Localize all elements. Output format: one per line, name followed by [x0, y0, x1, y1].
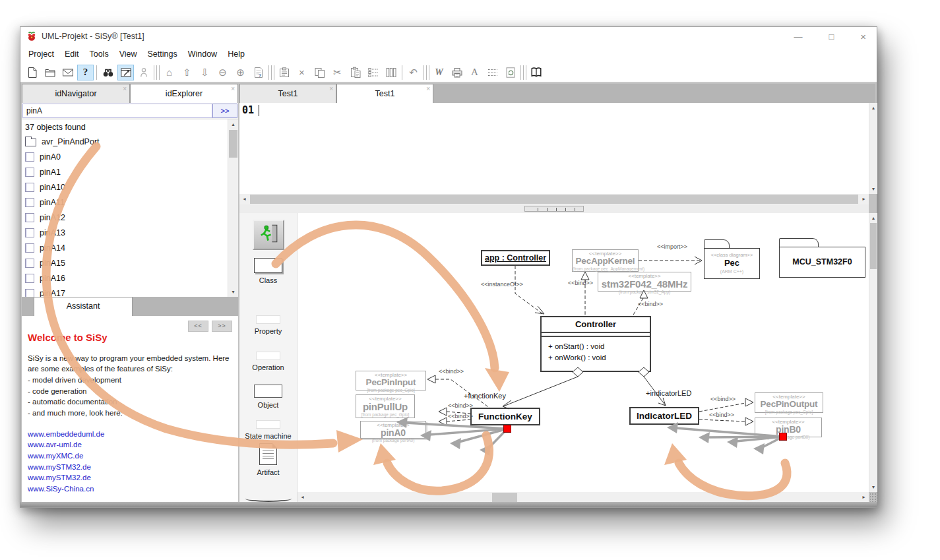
assistant-link[interactable]: www.SiSy-China.cn [28, 483, 232, 495]
uml-template-pina0[interactable]: <<template>> pinA0 (from package portA0) [360, 421, 426, 439]
palette-more-chevron-icon[interactable] [245, 495, 292, 502]
uml-class-indicatorled[interactable]: IndicatorLED [629, 407, 699, 425]
delete-item-button[interactable]: × [294, 65, 310, 80]
tab-test1-diagram[interactable]: Test1 × [336, 84, 433, 103]
palette-tool[interactable]: Class [239, 258, 297, 284]
uml-class-controller[interactable]: Controller + onStart() : void + onWork()… [540, 316, 651, 372]
uml-template-pecpinoutput[interactable]: <<template>> PecPinOutput [from package … [755, 392, 823, 413]
list-item[interactable]: pinA13 [25, 225, 238, 240]
properties-button[interactable] [276, 65, 292, 80]
word-export-button[interactable]: W [431, 65, 447, 80]
selection-handle-red[interactable] [779, 433, 787, 441]
menu-item[interactable]: Window [183, 47, 222, 61]
uml-template-stm32f042[interactable]: <<template>> stm32F042_48MHz (from packa… [598, 272, 691, 292]
maximize-button[interactable]: □ [829, 32, 834, 42]
search-input[interactable] [22, 104, 212, 118]
undo-button[interactable]: ↶ [405, 65, 422, 80]
code-editor[interactable]: 01 [239, 103, 869, 194]
scroll-thumb[interactable] [250, 195, 858, 204]
list-item[interactable]: pinA10 [25, 179, 238, 195]
list-item[interactable]: pinA11 [25, 195, 238, 210]
scroll-up-icon[interactable]: ▴ [869, 103, 877, 113]
tab-close-icon[interactable]: × [426, 85, 430, 92]
cut-button[interactable]: ✂ [329, 65, 346, 80]
help-button[interactable]: ? [77, 65, 94, 80]
nav-down-button[interactable]: ⇩ [197, 65, 213, 80]
uml-object-app-controller[interactable]: app : Controller [481, 250, 550, 266]
menu-item[interactable]: Tools [84, 47, 113, 61]
list-item[interactable]: pinA15 [25, 255, 238, 270]
assistant-link[interactable]: www.mySTM32.de [28, 462, 232, 473]
scroll-up-icon[interactable]: ▴ [869, 213, 877, 223]
assistant-link[interactable]: www.embeddeduml.de [28, 429, 232, 440]
new-document-button[interactable] [24, 65, 40, 80]
palette-tool[interactable]: Operation [239, 352, 297, 371]
assistant-prev-button[interactable]: << [188, 321, 208, 332]
canvas-vscrollbar[interactable]: ▴ ▾ [869, 213, 877, 492]
scroll-thumb[interactable] [870, 223, 877, 269]
resize-grip[interactable] [870, 493, 878, 502]
close-button[interactable]: × [860, 31, 866, 42]
title-bar[interactable]: UML-Projekt - SiSy® [Test1] — □ × [20, 27, 877, 46]
uml-template-pecpininput[interactable]: <<template>> PecPinInput [from package p… [356, 371, 426, 390]
assistant-link[interactable]: www.mySTM32.de [28, 472, 232, 483]
menu-item[interactable]: Edit [59, 47, 84, 61]
list-options-button[interactable] [484, 65, 501, 80]
documentation-book-button[interactable] [528, 65, 544, 80]
list-item[interactable]: pinA17 [25, 286, 238, 297]
scroll-right-icon[interactable]: ▸ [859, 194, 869, 204]
columns-button[interactable] [383, 65, 399, 80]
assistant-person-button[interactable] [135, 65, 152, 80]
search-expand-button[interactable]: >> [212, 104, 237, 118]
open-folder-button[interactable] [42, 65, 58, 80]
search-binoculars-button[interactable] [100, 65, 116, 80]
list-item[interactable]: pinA1 [25, 164, 238, 179]
editor-vscrollbar[interactable]: ▴ ▾ [869, 103, 877, 194]
tab-close-icon[interactable]: × [231, 85, 235, 92]
print-button[interactable] [449, 65, 465, 80]
mail-button[interactable] [59, 65, 76, 80]
minimize-button[interactable]: — [794, 32, 802, 42]
uml-template-pecappkernel[interactable]: <<template>> PecAppKernel (from package … [572, 249, 639, 272]
refresh-document-button[interactable] [502, 65, 518, 80]
palette-tool[interactable]: Artifact [239, 443, 297, 476]
scroll-left-icon[interactable]: ◂ [298, 492, 307, 503]
tab-idexplorer[interactable]: idExplorer × [130, 84, 238, 103]
nav-up-button[interactable]: ⇧ [179, 65, 195, 80]
list-item[interactable]: avr_PinAndPort [25, 134, 238, 149]
tab-assistant[interactable]: Assistant [34, 297, 133, 316]
tree-list-button[interactable] [365, 65, 381, 80]
menu-item[interactable]: Help [222, 47, 250, 61]
splitter-handle[interactable] [524, 206, 584, 212]
copy-button[interactable] [311, 65, 328, 80]
canvas-hscrollbar[interactable]: ◂ ▸ [298, 492, 869, 503]
uml-package-pec[interactable]: <<class diagram>> Pec (ARM C++) [704, 239, 760, 279]
uml-package-mcu-stm32f0[interactable]: MCU_STM32F0 [779, 238, 865, 278]
tab-idnavigator[interactable]: idNavigator × [22, 84, 130, 103]
list-item[interactable]: pinA12 [25, 210, 238, 225]
menu-item[interactable]: Settings [142, 47, 183, 61]
palette-tool[interactable]: Object [239, 385, 297, 409]
uml-template-pinpullup[interactable]: <<template>> pinPullUp [from package pec… [356, 394, 415, 418]
list-item[interactable]: pinA14 [25, 240, 238, 255]
paste-button[interactable] [347, 65, 363, 80]
scroll-thumb[interactable] [229, 130, 237, 158]
list-item[interactable]: pinA0 [25, 149, 238, 164]
editor-hscrollbar[interactable]: ◂ ▸ [239, 194, 869, 204]
palette-tool[interactable]: State machine [239, 420, 297, 440]
scroll-thumb[interactable] [492, 493, 517, 502]
assistant-link[interactable]: www.avr-uml.de [28, 439, 232, 451]
window-editor-button[interactable] [117, 65, 134, 80]
home-button[interactable]: ⌂ [161, 65, 177, 80]
menu-item[interactable]: View [114, 47, 142, 61]
diagram-canvas[interactable]: app : Controller <<template>> PecAppKern… [298, 213, 869, 492]
zoom-in-button[interactable]: ⊕ [232, 65, 249, 80]
scroll-down-icon[interactable]: ▾ [869, 482, 877, 492]
list-item[interactable]: pinA16 [25, 270, 238, 286]
palette-tool[interactable]: Property [239, 315, 297, 335]
scroll-down-icon[interactable]: ▾ [869, 184, 877, 194]
assistant-next-button[interactable]: >> [212, 321, 232, 332]
report-help-button[interactable]: ? [250, 65, 266, 80]
scroll-left-icon[interactable]: ◂ [239, 194, 249, 204]
scroll-right-icon[interactable]: ▸ [859, 492, 869, 503]
